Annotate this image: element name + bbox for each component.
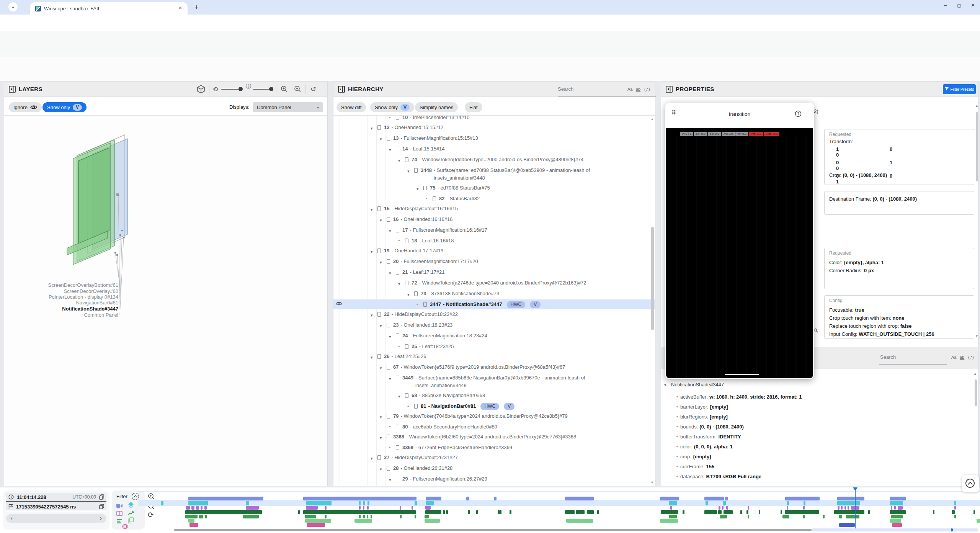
- transition-window-header[interactable]: ⠿ transition _: [665, 103, 814, 128]
- hierarchy-node[interactable]: ▾ 13 - FullscreenMagnification:15:15#13: [333, 133, 655, 144]
- trace-segment[interactable]: [468, 510, 470, 514]
- rect-notification-shade[interactable]: [78, 148, 109, 244]
- trace-segment[interactable]: [400, 515, 402, 518]
- regex-option[interactable]: (.*): [644, 87, 650, 92]
- trace-segment[interactable]: [368, 501, 369, 505]
- trace-segment[interactable]: [303, 510, 416, 514]
- trace-segment[interactable]: [199, 515, 203, 518]
- hierarchy-node[interactable]: • 81 - NavigationBar0#81 HWC V: [333, 401, 655, 411]
- layer-label[interactable]: NavigationBar0#81: [76, 300, 118, 306]
- chevron-down-icon[interactable]: ▾: [664, 383, 671, 387]
- trace-segment[interactable]: [367, 515, 368, 518]
- next-frame-button[interactable]: ›: [100, 515, 102, 521]
- trace-segment[interactable]: [425, 510, 441, 514]
- flat-chip[interactable]: Flat: [465, 102, 482, 112]
- trace-segment[interactable]: [359, 515, 361, 518]
- hierarchy-node[interactable]: ▾ 73 - 8736138 NotificationShade#73: [333, 289, 655, 299]
- trace-segment[interactable]: [400, 506, 401, 510]
- hierarchy-node[interactable]: ▾ 24 - FullscreenMagnification:18:23#24: [333, 331, 655, 342]
- trace-segment[interactable]: [359, 501, 361, 505]
- hierarchy-node[interactable]: ▾ 20 - FullscreenMagnification:17:17#20: [333, 257, 655, 267]
- copy-icon[interactable]: [99, 494, 104, 500]
- layer-label-selected[interactable]: NotificationShade#3447: [62, 306, 118, 312]
- hierarchy-search-placeholder[interactable]: Search: [558, 86, 573, 92]
- trace-segment[interactable]: [298, 510, 300, 514]
- trace-segment[interactable]: [161, 501, 163, 505]
- properties-scrollbar[interactable]: [976, 112, 978, 181]
- chevron-down-icon[interactable]: ▾: [407, 167, 414, 175]
- trace-segment[interactable]: [446, 510, 448, 514]
- trace-segment[interactable]: [954, 506, 956, 510]
- trace-segment[interactable]: [933, 510, 934, 514]
- trace-segment[interactable]: [704, 510, 717, 514]
- displays-dropdown[interactable]: Common Panel ▾: [253, 102, 323, 112]
- property-tree-item[interactable]: • barrierLayer: [empty]: [674, 403, 970, 411]
- browser-tab[interactable]: Winscope | sandbox-FAIL ✕: [30, 2, 188, 15]
- show-only-chip[interactable]: Show only V: [370, 102, 414, 112]
- trace-segment[interactable]: [363, 501, 365, 505]
- trace-segment[interactable]: [838, 506, 840, 510]
- scroll-up-icon[interactable]: ▲: [650, 117, 654, 121]
- hierarchy-node[interactable]: • 80 - ace6abb SecondaryHomeHandle0#80: [333, 422, 655, 432]
- hierarchy-node[interactable]: ▾ 12 - OneHanded:15:15#12: [333, 123, 655, 133]
- hierarchy-node[interactable]: ▾ 23 - OneHanded:18:23#23: [333, 320, 655, 331]
- chevron-down-icon[interactable]: ▾: [380, 434, 387, 441]
- chevron-down-icon[interactable]: ▾: [389, 476, 396, 484]
- timeline-scrollbar[interactable]: [174, 529, 812, 531]
- timeline-zoom-range[interactable]: [812, 528, 978, 531]
- chevron-down-icon[interactable]: ▾: [380, 216, 387, 224]
- trace-segment[interactable]: [954, 501, 956, 505]
- chevron-down-icon[interactable]: ▾: [380, 364, 387, 372]
- trace-segment[interactable]: [305, 515, 316, 518]
- trace-segment[interactable]: [191, 506, 194, 510]
- window-manager-filter-icon[interactable]: [116, 510, 122, 517]
- trace-segment[interactable]: [803, 506, 805, 510]
- trace-segment[interactable]: [426, 501, 434, 505]
- timestamp-value[interactable]: 11:04:14.228: [17, 494, 46, 500]
- trace-segment[interactable]: [748, 506, 749, 510]
- trace-segment[interactable]: [891, 515, 903, 518]
- trace-segment[interactable]: [785, 510, 819, 514]
- chevron-down-icon[interactable]: ▾: [371, 248, 377, 255]
- trace-segment[interactable]: [188, 501, 208, 505]
- hierarchy-node[interactable]: ▾ 74 - WindowToken{fdddbe6 type=2000 and…: [333, 155, 655, 165]
- properties-tree-root[interactable]: ▾ NotificationShade#3447: [664, 382, 724, 387]
- trace-segment[interactable]: [781, 510, 782, 514]
- trace-segment[interactable]: [785, 497, 820, 500]
- trace-segment[interactable]: [426, 497, 441, 500]
- panel-icon[interactable]: [666, 86, 673, 93]
- timeline-row-view-capture[interactable]: [138, 519, 980, 523]
- trace-segment[interactable]: [325, 515, 327, 518]
- layer-label[interactable]: Common Panel: [84, 312, 118, 318]
- hierarchy-node[interactable]: ▾ 19 - OneHanded:17:17#19: [333, 246, 655, 257]
- hierarchy-node[interactable]: • 25 - Leaf:18:23#25: [333, 342, 655, 352]
- chevron-down-icon[interactable]: ▾: [407, 291, 414, 298]
- trace-segment[interactable]: [354, 519, 372, 523]
- trace-segment[interactable]: [196, 506, 199, 510]
- trace-segment[interactable]: [891, 506, 892, 510]
- trace-segment[interactable]: [185, 515, 198, 518]
- panel-icon[interactable]: [9, 86, 16, 93]
- trace-segment[interactable]: [759, 510, 760, 514]
- chevron-down-icon[interactable]: ▾: [389, 227, 396, 235]
- hierarchy-node[interactable]: ▾ 16 - OneHanded:16:16#16: [333, 214, 655, 225]
- trace-segment[interactable]: [868, 510, 870, 514]
- new-tab-button[interactable]: +: [194, 3, 199, 11]
- chevron-down-icon[interactable]: ▾: [389, 333, 396, 340]
- hierarchy-node[interactable]: ▾ 21 - Leaf:17:17#21: [333, 267, 655, 278]
- trace-segment[interactable]: [977, 519, 980, 523]
- hierarchy-node[interactable]: ▾ 75 - ed70f88 StatusBar#75: [333, 183, 655, 194]
- trace-segment[interactable]: [890, 501, 903, 505]
- trace-segment[interactable]: [973, 510, 975, 514]
- trace-segment[interactable]: [425, 506, 431, 510]
- transactions-filter-icon[interactable]: [128, 510, 134, 517]
- trace-segment[interactable]: [363, 515, 365, 518]
- chevron-down-icon[interactable]: ▾: [389, 146, 396, 154]
- transitions-filter-icon[interactable]: [122, 523, 128, 530]
- trace-segment[interactable]: [500, 510, 501, 514]
- trace-segment[interactable]: [587, 510, 594, 514]
- chevron-down-icon[interactable]: ▾: [380, 135, 387, 143]
- trace-segment[interactable]: [476, 510, 478, 514]
- trace-segment[interactable]: [305, 519, 331, 523]
- hierarchy-node[interactable]: ▾ 67 - WindowToken{e5176f9 type=2019 and…: [333, 362, 655, 373]
